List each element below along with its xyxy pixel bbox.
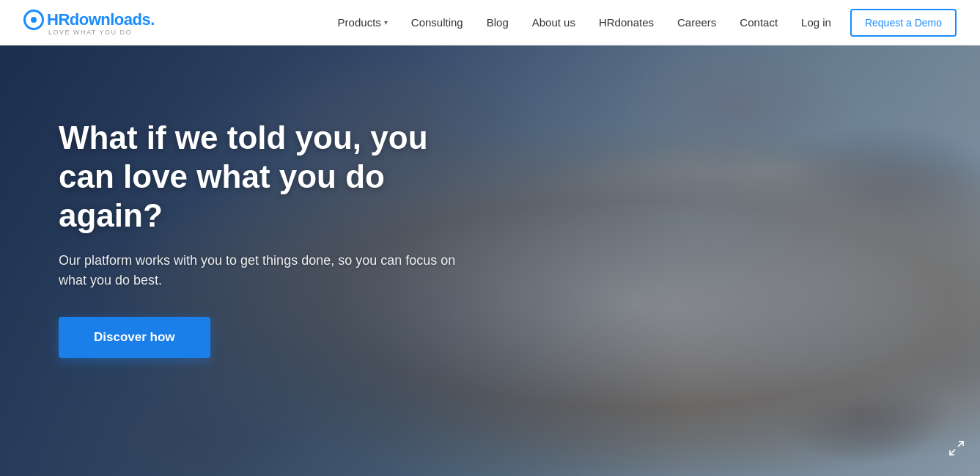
logo-area[interactable]: HRdownloads. LOVE WHAT YOU DO — [23, 10, 155, 36]
nav-item-hrdonates[interactable]: HRdonates — [589, 10, 664, 34]
logo-name: HRdownloads. — [47, 10, 155, 29]
logo-icon — [23, 10, 44, 30]
request-demo-button[interactable]: Request a Demo — [850, 9, 957, 37]
hero-headline: What if we told you, you can love what y… — [59, 119, 469, 235]
header: HRdownloads. LOVE WHAT YOU DO Products ▾… — [0, 0, 980, 45]
logo-tagline: LOVE WHAT YOU DO — [48, 29, 132, 36]
nav-item-consulting[interactable]: Consulting — [401, 10, 474, 34]
hero-content: What if we told you, you can love what y… — [59, 119, 469, 358]
main-nav: Products ▾ Consulting Blog About us HRdo… — [328, 9, 957, 37]
login-button[interactable]: Log in — [791, 10, 841, 34]
svg-line-1 — [950, 450, 955, 455]
nav-item-contact[interactable]: Contact — [729, 10, 788, 34]
nav-item-products[interactable]: Products ▾ — [328, 10, 398, 34]
svg-line-0 — [958, 442, 963, 447]
hero-section: What if we told you, you can love what y… — [0, 45, 980, 476]
nav-item-careers[interactable]: Careers — [667, 10, 726, 34]
discover-how-button[interactable]: Discover how — [59, 317, 210, 358]
hero-subtext: Our platform works with you to get thing… — [59, 251, 469, 290]
dropdown-arrow-icon: ▾ — [384, 18, 388, 26]
nav-item-blog[interactable]: Blog — [476, 10, 519, 34]
expand-icon[interactable] — [948, 439, 965, 461]
nav-item-about[interactable]: About us — [522, 10, 586, 34]
